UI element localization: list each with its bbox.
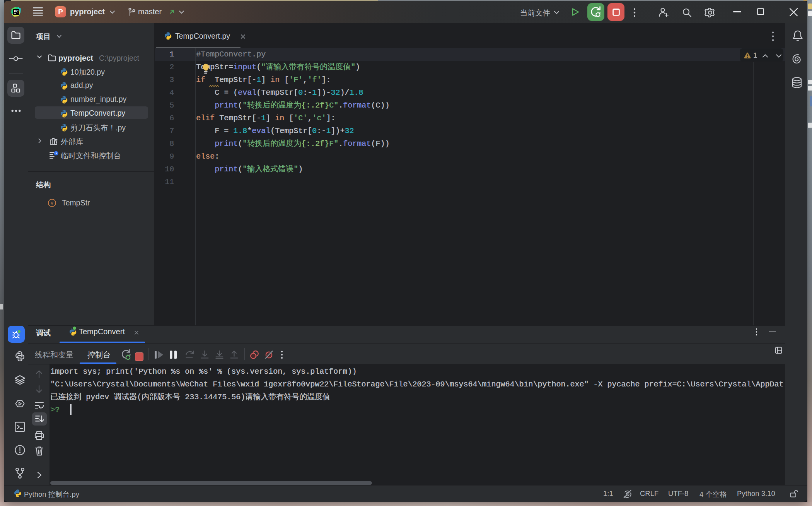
svg-text:PC: PC: [14, 9, 19, 13]
svg-text:v: v: [51, 200, 53, 206]
